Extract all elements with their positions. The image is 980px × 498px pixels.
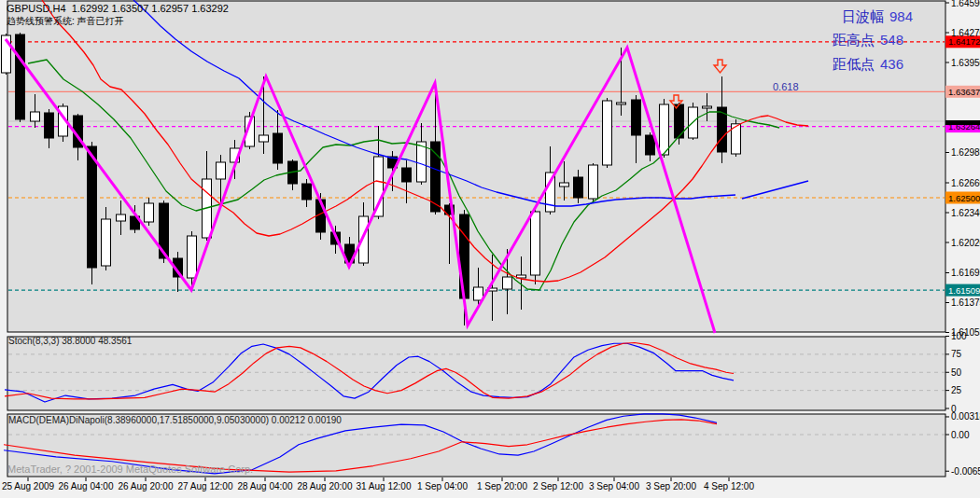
time-axis-label: 3 Sep 04:00 (589, 481, 639, 491)
candle-body-bear (632, 100, 641, 135)
candle-body-bull (603, 101, 612, 165)
stoch-axis-label: 75 (951, 349, 962, 359)
price-axis-label: 1.62340 (951, 208, 980, 218)
candle-body-bear (402, 168, 412, 182)
candle-body-bull (503, 277, 512, 289)
time-axis-label: 31 Aug 12:00 (357, 481, 412, 491)
daily-range-annotation: 日波幅984 (842, 8, 954, 26)
macd-axis-label: 0.00 (951, 430, 970, 440)
trendline-alert-status: 趋势线预警系统: 声音已打开 (7, 15, 124, 28)
time-axis-label: 28 Aug 20:00 (298, 481, 353, 491)
candle-body-bull (531, 212, 540, 275)
candle-body-bull (660, 104, 669, 155)
distance-to-high-annotation: 距高点548 (833, 32, 945, 49)
time-axis-label: 27 Aug 12:00 (178, 481, 233, 491)
candle-body-bear (16, 35, 25, 119)
macd-indicator-label: MACD(DEMA)DiNapoli(8.38960000,17.5185000… (8, 415, 342, 425)
candle-body-bull (589, 165, 598, 199)
distance-to-low-value: 436 (875, 56, 903, 72)
price-axis-label: 1.62660 (951, 178, 980, 188)
candle-body-bear (273, 133, 283, 163)
candle (531, 207, 540, 284)
stoch-axis-label: 25 (951, 385, 962, 395)
candle-body-bull (617, 103, 626, 104)
time-axis-label: 4 Sep 12:00 (704, 481, 754, 491)
time-axis-label: 25 Aug 2009 (2, 481, 55, 491)
candle-body-bull (703, 106, 712, 108)
candle-body-bull (217, 162, 226, 179)
time-axis-label: 26 Aug 20:00 (119, 481, 174, 491)
time-axis: 25 Aug 200926 Aug 04:0026 Aug 20:0027 Au… (2, 477, 754, 491)
price-level-badge-text: 1.61509 (948, 285, 980, 296)
candle-body-bull (188, 236, 197, 278)
stoch-axis-label: 50 (951, 367, 962, 378)
candle-body-bull (417, 142, 427, 182)
candle (603, 98, 612, 168)
time-axis-label: 3 Sep 20:00 (646, 481, 696, 491)
mt4-chart-window: 1.641721.636371.632641.625001.615091.645… (0, 0, 980, 498)
candle-body-bear (88, 146, 97, 268)
candle-body-bear (574, 177, 583, 198)
fibo-level-label: 0.618 (773, 81, 799, 92)
distance-to-low-annotation: 距低点436 (833, 56, 945, 74)
time-axis-label: 26 Aug 04:00 (59, 481, 114, 491)
price-axis-label: 1.62020 (951, 238, 980, 248)
candle-body-bear (302, 184, 312, 200)
candle-body-bull (102, 219, 111, 266)
price-level-badge-text: 1.63637 (948, 87, 980, 97)
candle-body-bull (145, 203, 154, 222)
price-axis-label: 1.61375 (951, 297, 980, 308)
macd-axis-label: 0.00318 (951, 411, 980, 422)
candle-body-bull (259, 135, 269, 142)
stochastic-indicator-label: Stoch(8,3,3) 38.8000 48.3561 (8, 336, 132, 346)
symbol-ohlc-title: GBPUSD,H4 1.62992 1.63507 1.62957 1.6329… (7, 3, 229, 14)
candle (675, 103, 684, 145)
candle (589, 163, 598, 202)
main-chart-panel[interactable] (7, 1, 945, 332)
candle (689, 103, 698, 140)
time-axis-label: 1 Sep 04:00 (417, 481, 468, 491)
price-axis-label: 1.64270 (951, 28, 980, 38)
stoch-axis-label: 100 (951, 331, 967, 341)
time-axis-label: 1 Sep 20:00 (477, 481, 527, 491)
last-price-marker (945, 120, 980, 125)
price-axis-label: 1.61695 (951, 268, 980, 278)
distance-to-high-value: 548 (875, 32, 903, 48)
time-axis-label: 28 Aug 04:00 (238, 481, 293, 491)
candle-body-bull (117, 214, 126, 221)
candle-body-bear (431, 142, 441, 212)
price-axis-label: 1.62985 (951, 147, 980, 158)
price-level-badge-text: 1.64172 (948, 36, 980, 47)
candle-body-bull (31, 112, 40, 121)
distance-to-low-label: 距低点 (833, 56, 875, 72)
distance-to-high-label: 距高点 (833, 32, 875, 48)
price-axis-label: 1.64590 (951, 0, 980, 8)
candle (16, 33, 25, 122)
time-axis-label: 2 Sep 12:00 (533, 481, 583, 491)
metatrader-watermark: MetaTrader, ? 2001-2009 MetaQuotes Softw… (7, 463, 253, 475)
candle-body-bull (560, 183, 569, 187)
daily-range-label: 日波幅 (842, 8, 884, 24)
price-axis-label: 1.63950 (951, 58, 980, 68)
daily-range-value: 984 (884, 8, 913, 24)
price-level-badge-text: 1.62500 (948, 193, 980, 203)
candle (88, 142, 97, 284)
macd-axis-label: -0.00655 (951, 466, 980, 477)
stochastic-panel[interactable] (7, 337, 945, 410)
candle-body-bull (374, 157, 384, 216)
candle-body-bear (45, 113, 54, 138)
candle-body-bear (646, 135, 655, 155)
